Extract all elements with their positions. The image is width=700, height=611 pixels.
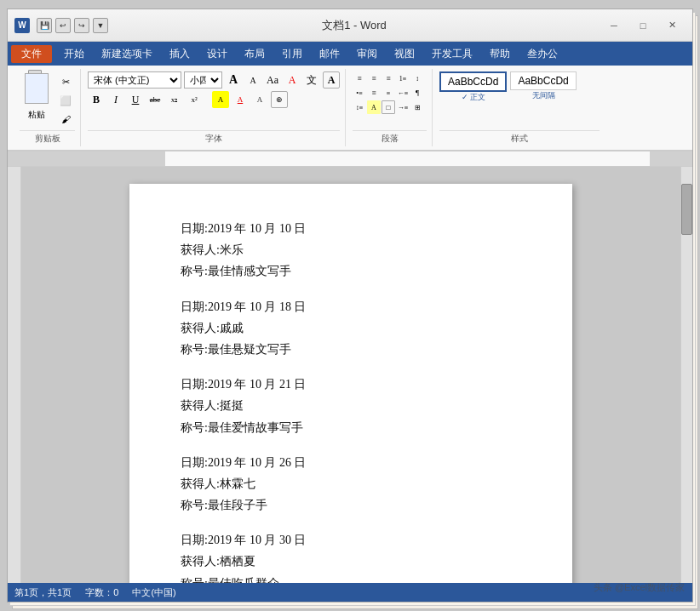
highlight-button[interactable]: A [212,91,229,108]
font-color3-button[interactable]: A [251,91,268,108]
scrollbar-thumb[interactable] [681,184,692,235]
horizontal-ruler [8,151,692,167]
increase-font-button[interactable]: A [225,71,242,89]
strikethrough-button[interactable]: abc [146,91,164,108]
page-count: 第1页，共1页 [14,586,72,599]
menu-view[interactable]: 视图 [386,45,423,63]
menu-office[interactable]: 叁办公 [519,45,566,63]
menu-review[interactable]: 审阅 [348,45,386,63]
menu-start[interactable]: 开始 [55,45,93,63]
indent-dec-icon[interactable]: ←≡ [396,86,410,100]
menu-design[interactable]: 设计 [198,45,236,63]
close-button[interactable]: ✕ [658,16,686,35]
menu-mail[interactable]: 邮件 [311,45,348,63]
align-center-icon[interactable]: ≡ [367,71,381,85]
customize-btn[interactable]: ▼ [93,18,108,33]
entry-4-title: 称号:最佳段子手 [181,494,521,516]
show-hide-icon[interactable]: ¶ [410,86,424,100]
font-clear-button[interactable]: A [323,71,340,89]
paste-label: 粘贴 [28,109,45,121]
menu-help[interactable]: 帮助 [481,45,519,63]
word-count: 字数：0 [85,586,118,599]
window-controls: ─ □ ✕ [600,16,686,35]
document-page[interactable]: 日期:2019 年 10 月 10 日 获得人:米乐 称号:最佳情感文写手 日期… [129,184,572,583]
underline-button[interactable]: U [127,91,144,108]
font-name-select[interactable]: 宋体 (中文正) [88,71,181,89]
entry-2-title: 称号:最佳悬疑文写手 [181,339,521,360]
quick-access-toolbar: 💾 ↩ ↪ ▼ [37,18,108,33]
ribbon: 文件 开始 新建选项卡 插入 设计 布局 引用 邮件 审阅 视图 开发工具 帮助… [8,42,692,151]
styles-row: AaBbCcDd ✓ 正文 AaBbCcDd 无间隔 [439,71,577,103]
bold-button[interactable]: B [88,91,105,108]
clipboard-small-buttons: ✂ ⬜ 🖌 [56,71,75,128]
entry-5-title: 称号:最佳吃瓜群众 [181,573,521,583]
italic-button[interactable]: I [107,91,124,108]
decrease-font-button[interactable]: A [244,71,261,89]
document-content[interactable]: 日期:2019 年 10 月 10 日 获得人:米乐 称号:最佳情感文写手 日期… [181,218,521,583]
font-extra-button[interactable]: 文 [303,71,320,89]
sort-icon[interactable]: ↕ [410,71,424,85]
maximize-button[interactable]: □ [629,16,657,35]
scroll-area[interactable]: 日期:2019 年 10 月 10 日 获得人:米乐 称号:最佳情感文写手 日期… [21,167,680,583]
menu-insert[interactable]: 插入 [161,45,198,63]
watermark: 头条 @Excel数据传家 [594,581,685,594]
menu-developer[interactable]: 开发工具 [423,45,481,63]
font-style-row: B I U abc x₂ x² A A A ⊕ [88,91,288,108]
format-painter-button[interactable]: 🖌 [56,111,75,128]
border-icon[interactable]: □ [382,100,395,114]
vertical-scrollbar[interactable] [680,167,692,583]
menu-file[interactable]: 文件 [11,45,52,63]
indent-inc-icon[interactable]: →≡ [396,100,410,114]
entry-1-recipient: 获得人:米乐 [181,239,521,260]
font-effect-button[interactable]: ⊕ [271,91,288,108]
normal-style-preview[interactable]: AaBbCcDd [439,71,507,92]
subscript-button[interactable]: x₂ [166,91,183,108]
font-color2-button[interactable]: A [232,91,249,108]
entry-5-date: 日期:2019 年 10 月 30 日 [181,529,521,551]
font-size-select[interactable]: 小四 [184,71,222,89]
entry-4-recipient: 获得人:林霖七 [181,473,521,494]
font-label: 字体 [88,130,340,146]
entry-3-date: 日期:2019 年 10 月 21 日 [181,374,521,395]
save-btn[interactable]: 💾 [37,18,52,33]
undo-btn[interactable]: ↩ [55,18,71,33]
normal-style[interactable]: AaBbCcDd ✓ 正文 [439,71,507,103]
multilevel-icon[interactable]: ≡ [382,86,395,100]
app-icon: W [14,18,30,33]
menu-layout[interactable]: 布局 [236,45,273,63]
align-right-icon[interactable]: ≡ [382,71,395,85]
font-color-button[interactable]: A [284,71,301,89]
paragraph-icons: ≡ ≡ ≡ 1≡ ↕ •≡ ≡ ≡ ←≡ ¶ ↕≡ [353,71,424,114]
align-justify-icon[interactable]: ≡ [367,86,381,100]
entry-2-recipient: 获得人:戚戚 [181,317,521,339]
menu-references[interactable]: 引用 [273,45,311,63]
align-left-icon[interactable]: ≡ [353,71,366,85]
no-spacing-style-preview[interactable]: AaBbCcDd [510,71,576,90]
entry-5-recipient: 获得人:栖栖夏 [181,551,521,572]
ribbon-content: 粘贴 ✂ ⬜ 🖌 剪贴板 宋 [8,66,692,151]
redo-btn[interactable]: ↪ [74,18,89,33]
line-spacing-icon[interactable]: ↕≡ [353,100,366,114]
entry-3-recipient: 获得人:挺挺 [181,395,521,416]
minimize-button[interactable]: ─ [600,16,628,35]
menu-bar: 文件 开始 新建选项卡 插入 设计 布局 引用 邮件 审阅 视图 开发工具 帮助… [8,42,692,66]
shading-icon[interactable]: A [367,100,381,114]
title-bar: W 💾 ↩ ↪ ▼ 文档1 - Word ─ □ ✕ [8,9,692,42]
entry-3: 日期:2019 年 10 月 21 日 获得人:挺挺 称号:最佳爱情故事写手 [181,374,521,438]
font-group: 宋体 (中文正) 小四 A A Aa A 文 A [83,69,346,146]
bullet-icon[interactable]: •≡ [353,86,366,100]
menu-new-tab[interactable]: 新建选项卡 [93,45,161,63]
copy-button[interactable]: ⬜ [56,92,75,109]
normal-style-label: ✓ 正文 [462,92,485,103]
extra-para-icon[interactable]: ⊞ [410,100,424,114]
entry-4: 日期:2019 年 10 月 26 日 获得人:林霖七 称号:最佳段子手 [181,452,521,517]
status-bar: 第1页，共1页 字数：0 中文(中国) [8,583,692,602]
cut-button[interactable]: ✂ [56,73,75,90]
superscript-button[interactable]: x² [186,91,203,108]
numbering-icon[interactable]: 1≡ [396,71,410,85]
ruler-active [165,151,650,166]
paste-button[interactable]: 粘贴 [20,71,54,123]
change-case-button[interactable]: Aa [264,71,281,89]
no-spacing-style[interactable]: AaBbCcDd 无间隔 [510,71,576,103]
styles-label: 样式 [439,130,600,146]
